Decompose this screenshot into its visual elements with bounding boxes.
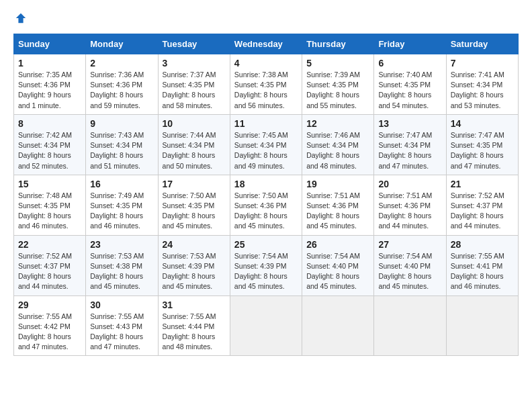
day-number: 11 [234, 118, 298, 129]
day-info: Sunrise: 7:47 AMSunset: 4:35 PMDaylight:… [451, 131, 504, 170]
day-info: Sunrise: 7:55 AMSunset: 4:44 PMDaylight:… [163, 312, 216, 351]
day-info: Sunrise: 7:42 AMSunset: 4:34 PMDaylight:… [18, 131, 72, 170]
day-number: 18 [234, 179, 298, 189]
calendar-cell: 5Sunrise: 7:39 AMSunset: 4:35 PMDaylight… [302, 54, 374, 115]
calendar-cell: 1Sunrise: 7:35 AMSunset: 4:36 PMDaylight… [14, 54, 86, 115]
day-info: Sunrise: 7:51 AMSunset: 4:36 PMDaylight:… [306, 191, 360, 230]
day-info: Sunrise: 7:36 AMSunset: 4:36 PMDaylight:… [90, 71, 144, 109]
day-number: 2 [90, 58, 153, 68]
day-info: Sunrise: 7:52 AMSunset: 4:37 PMDaylight:… [18, 252, 72, 291]
day-info: Sunrise: 7:51 AMSunset: 4:36 PMDaylight:… [378, 191, 432, 230]
day-number: 25 [234, 239, 298, 250]
day-number: 22 [18, 239, 81, 250]
calendar-cell: 13Sunrise: 7:47 AMSunset: 4:34 PMDayligh… [374, 114, 446, 175]
day-number: 12 [306, 118, 369, 129]
calendar-cell: 26Sunrise: 7:54 AMSunset: 4:40 PMDayligh… [302, 235, 374, 295]
day-info: Sunrise: 7:40 AMSunset: 4:35 PMDaylight:… [378, 71, 432, 109]
day-info: Sunrise: 7:53 AMSunset: 4:39 PMDaylight:… [163, 252, 216, 291]
day-info: Sunrise: 7:53 AMSunset: 4:38 PMDaylight:… [90, 252, 144, 291]
calendar-cell: 12Sunrise: 7:46 AMSunset: 4:34 PMDayligh… [302, 114, 374, 175]
day-info: Sunrise: 7:55 AMSunset: 4:43 PMDaylight:… [90, 312, 144, 351]
day-number: 17 [163, 179, 226, 189]
calendar-cell: 29Sunrise: 7:55 AMSunset: 4:42 PMDayligh… [14, 295, 86, 356]
calendar-cell: 11Sunrise: 7:45 AMSunset: 4:34 PMDayligh… [230, 114, 302, 175]
calendar-cell [446, 295, 518, 356]
weekday-header-monday: Monday [86, 34, 158, 54]
day-number: 23 [90, 239, 153, 250]
day-number: 28 [451, 239, 514, 250]
svg-marker-0 [16, 13, 26, 23]
calendar-cell: 7Sunrise: 7:41 AMSunset: 4:34 PMDaylight… [446, 54, 518, 115]
calendar-cell: 24Sunrise: 7:53 AMSunset: 4:39 PMDayligh… [158, 235, 230, 295]
calendar-cell: 6Sunrise: 7:40 AMSunset: 4:35 PMDaylight… [374, 54, 446, 115]
calendar-cell: 21Sunrise: 7:52 AMSunset: 4:37 PMDayligh… [446, 175, 518, 235]
day-number: 26 [306, 239, 369, 250]
calendar-week-4: 22Sunrise: 7:52 AMSunset: 4:37 PMDayligh… [14, 235, 519, 295]
day-info: Sunrise: 7:54 AMSunset: 4:40 PMDaylight:… [306, 252, 360, 291]
calendar-week-1: 1Sunrise: 7:35 AMSunset: 4:36 PMDaylight… [14, 54, 519, 115]
calendar-cell [302, 295, 374, 356]
calendar-cell: 16Sunrise: 7:49 AMSunset: 4:35 PMDayligh… [86, 175, 158, 235]
day-info: Sunrise: 7:37 AMSunset: 4:35 PMDaylight:… [163, 71, 216, 109]
calendar-cell: 4Sunrise: 7:38 AMSunset: 4:35 PMDaylight… [230, 54, 302, 115]
day-number: 7 [451, 58, 514, 68]
day-number: 5 [306, 58, 369, 68]
calendar-cell: 28Sunrise: 7:55 AMSunset: 4:41 PMDayligh… [446, 235, 518, 295]
calendar-cell: 3Sunrise: 7:37 AMSunset: 4:35 PMDaylight… [158, 54, 230, 115]
day-info: Sunrise: 7:46 AMSunset: 4:34 PMDaylight:… [306, 131, 360, 170]
day-number: 3 [163, 58, 226, 68]
calendar-week-5: 29Sunrise: 7:55 AMSunset: 4:42 PMDayligh… [14, 295, 519, 356]
day-number: 20 [378, 179, 441, 189]
day-info: Sunrise: 7:49 AMSunset: 4:35 PMDaylight:… [90, 191, 144, 230]
day-number: 16 [90, 179, 153, 189]
day-info: Sunrise: 7:43 AMSunset: 4:34 PMDaylight:… [90, 131, 144, 170]
calendar-cell: 9Sunrise: 7:43 AMSunset: 4:34 PMDaylight… [86, 114, 158, 175]
calendar-cell: 31Sunrise: 7:55 AMSunset: 4:44 PMDayligh… [158, 295, 230, 356]
calendar-cell: 15Sunrise: 7:48 AMSunset: 4:35 PMDayligh… [14, 175, 86, 235]
day-info: Sunrise: 7:50 AMSunset: 4:35 PMDaylight:… [163, 191, 216, 230]
calendar-cell [230, 295, 302, 356]
weekday-header-friday: Friday [374, 34, 446, 54]
weekday-header-saturday: Saturday [446, 34, 518, 54]
day-info: Sunrise: 7:39 AMSunset: 4:35 PMDaylight:… [306, 71, 360, 109]
day-number: 9 [90, 118, 153, 129]
day-number: 19 [306, 179, 369, 189]
day-number: 15 [18, 179, 81, 189]
day-number: 21 [451, 179, 514, 189]
calendar-cell: 30Sunrise: 7:55 AMSunset: 4:43 PMDayligh… [86, 295, 158, 356]
calendar-week-2: 8Sunrise: 7:42 AMSunset: 4:34 PMDaylight… [14, 114, 519, 175]
weekday-header-thursday: Thursday [302, 34, 374, 54]
calendar-cell: 14Sunrise: 7:47 AMSunset: 4:35 PMDayligh… [446, 114, 518, 175]
calendar-cell: 25Sunrise: 7:54 AMSunset: 4:39 PMDayligh… [230, 235, 302, 295]
calendar-cell: 23Sunrise: 7:53 AMSunset: 4:38 PMDayligh… [86, 235, 158, 295]
day-number: 27 [378, 239, 441, 250]
day-info: Sunrise: 7:50 AMSunset: 4:36 PMDaylight:… [234, 191, 288, 230]
day-info: Sunrise: 7:44 AMSunset: 4:34 PMDaylight:… [163, 131, 216, 170]
day-info: Sunrise: 7:45 AMSunset: 4:34 PMDaylight:… [234, 131, 288, 170]
weekday-header-tuesday: Tuesday [158, 34, 230, 54]
day-info: Sunrise: 7:54 AMSunset: 4:40 PMDaylight:… [378, 252, 432, 291]
day-number: 14 [451, 118, 514, 129]
day-info: Sunrise: 7:41 AMSunset: 4:34 PMDaylight:… [451, 71, 504, 109]
day-number: 10 [163, 118, 226, 129]
calendar-cell: 2Sunrise: 7:36 AMSunset: 4:36 PMDaylight… [86, 54, 158, 115]
weekday-header-wednesday: Wednesday [230, 34, 302, 54]
day-info: Sunrise: 7:52 AMSunset: 4:37 PMDaylight:… [451, 191, 504, 230]
calendar-week-3: 15Sunrise: 7:48 AMSunset: 4:35 PMDayligh… [14, 175, 519, 235]
day-info: Sunrise: 7:54 AMSunset: 4:39 PMDaylight:… [234, 252, 288, 291]
day-info: Sunrise: 7:48 AMSunset: 4:35 PMDaylight:… [18, 191, 72, 230]
calendar-cell: 18Sunrise: 7:50 AMSunset: 4:36 PMDayligh… [230, 175, 302, 235]
calendar-cell [374, 295, 446, 356]
day-number: 6 [378, 58, 441, 68]
calendar-cell: 22Sunrise: 7:52 AMSunset: 4:37 PMDayligh… [14, 235, 86, 295]
calendar-cell: 10Sunrise: 7:44 AMSunset: 4:34 PMDayligh… [158, 114, 230, 175]
day-info: Sunrise: 7:35 AMSunset: 4:36 PMDaylight:… [18, 71, 72, 109]
day-number: 29 [18, 300, 81, 310]
day-number: 31 [163, 300, 226, 310]
day-info: Sunrise: 7:47 AMSunset: 4:34 PMDaylight:… [378, 131, 432, 170]
logo-icon [15, 12, 27, 24]
weekday-header-sunday: Sunday [14, 34, 86, 54]
day-number: 1 [18, 58, 81, 68]
calendar-table: SundayMondayTuesdayWednesdayThursdayFrid… [13, 34, 519, 356]
calendar-cell: 17Sunrise: 7:50 AMSunset: 4:35 PMDayligh… [158, 175, 230, 235]
